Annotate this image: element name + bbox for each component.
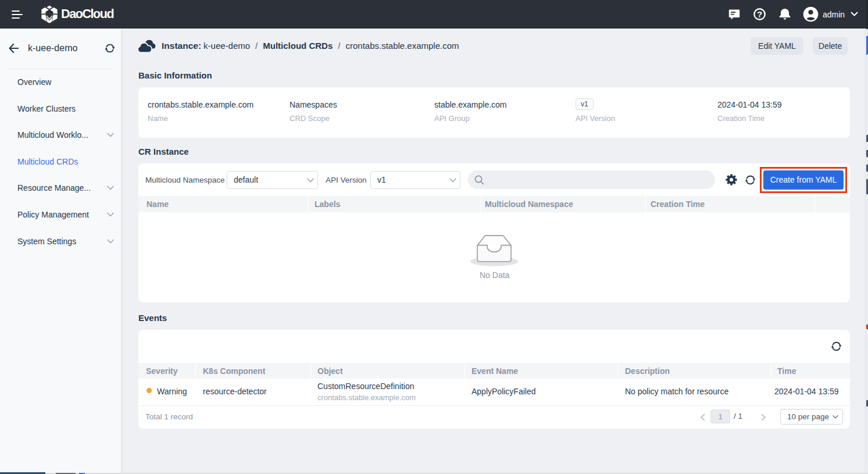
svg-text:?: ? bbox=[757, 9, 762, 19]
